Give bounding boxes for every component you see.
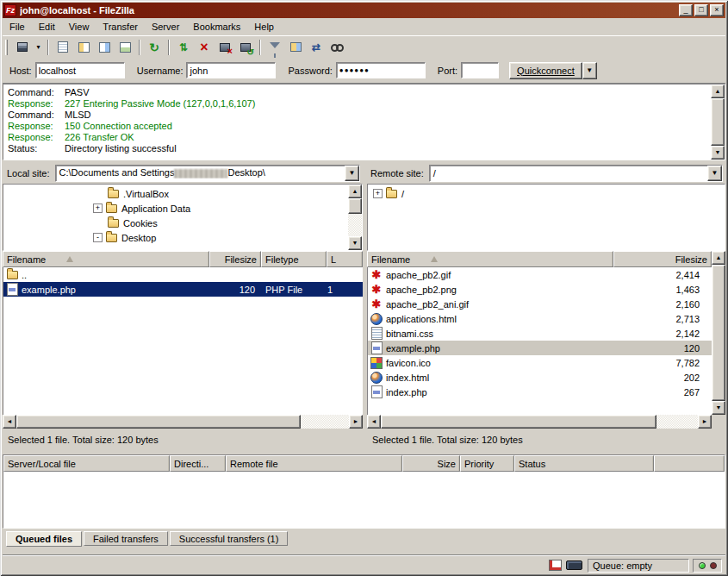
scroll-down-button[interactable]: ▼ bbox=[348, 236, 362, 250]
maximize-button[interactable]: □ bbox=[694, 4, 708, 16]
column-header-filesize[interactable]: Filesize bbox=[209, 251, 261, 267]
local-site-path: C:\Documents and SettingsDesktop\ bbox=[56, 167, 345, 178]
close-button[interactable]: × bbox=[710, 4, 724, 16]
scroll-track[interactable] bbox=[381, 415, 698, 429]
column-header-filename[interactable]: Filename bbox=[3, 251, 209, 267]
port-input[interactable] bbox=[461, 62, 499, 78]
file-row[interactable]: .. bbox=[3, 267, 363, 282]
file-row-selected[interactable]: example.php 120 PHP File 1 bbox=[3, 282, 363, 297]
sync-browsing-button[interactable] bbox=[306, 38, 327, 57]
find-button[interactable] bbox=[327, 38, 347, 57]
quickconnect-dropdown[interactable]: ▼ bbox=[582, 62, 597, 79]
menu-item-server[interactable]: Server bbox=[145, 19, 186, 34]
file-row[interactable]: apache_pb2_ani.gif2,160 bbox=[368, 297, 712, 311]
file-row[interactable]: applications.html2,713 bbox=[368, 311, 712, 326]
file-row[interactable]: apache_pb2.png1,463 bbox=[368, 282, 712, 297]
scroll-down-button[interactable]: ▼ bbox=[711, 146, 725, 160]
queue-column-remote-file[interactable]: Remote file bbox=[226, 455, 402, 472]
scroll-thumb[interactable] bbox=[16, 415, 301, 429]
cancel-button[interactable] bbox=[194, 38, 215, 57]
combo-dropdown-button[interactable]: ▼ bbox=[345, 166, 359, 181]
menu-item-help[interactable]: Help bbox=[247, 19, 281, 34]
file-row[interactable]: bitnami.css2,142 bbox=[368, 326, 712, 341]
queue-column-server-local-file[interactable]: Server/Local file bbox=[3, 455, 170, 472]
scroll-track[interactable] bbox=[16, 415, 349, 429]
queue-column-priority[interactable]: Priority bbox=[460, 455, 514, 472]
column-header-filename[interactable]: Filename bbox=[367, 251, 613, 267]
file-row[interactable]: favicon.ico7,782 bbox=[368, 355, 712, 370]
menu-item-file[interactable]: File bbox=[3, 19, 32, 34]
site-manager-button[interactable] bbox=[12, 38, 33, 57]
process-queue-button[interactable] bbox=[173, 38, 194, 57]
remote-hscrollbar[interactable]: ◄ ► bbox=[367, 415, 712, 429]
filter-button[interactable] bbox=[264, 38, 285, 57]
scroll-up-button[interactable]: ▲ bbox=[712, 251, 725, 265]
tree-item[interactable]: +Application Data bbox=[3, 201, 362, 216]
scroll-thumb[interactable] bbox=[381, 415, 656, 429]
tree-item[interactable]: .VirtualBox bbox=[3, 186, 362, 201]
scroll-up-button[interactable]: ▲ bbox=[711, 85, 725, 98]
scroll-thumb[interactable] bbox=[348, 198, 362, 214]
scroll-right-button[interactable]: ► bbox=[349, 415, 363, 429]
remote-site-combo[interactable]: / ▼ bbox=[429, 165, 723, 182]
toggle-message-log-button[interactable] bbox=[53, 38, 73, 57]
tree-item[interactable]: -Desktop bbox=[3, 230, 362, 245]
menu-item-transfer[interactable]: Transfer bbox=[96, 19, 145, 34]
scroll-left-button[interactable]: ◄ bbox=[367, 415, 381, 429]
local-tree-scrollbar[interactable]: ▲ ▼ bbox=[348, 185, 362, 250]
refresh-button[interactable] bbox=[144, 38, 165, 57]
toggle-transfer-queue-button[interactable] bbox=[115, 38, 135, 57]
combo-dropdown-button[interactable]: ▼ bbox=[707, 166, 722, 181]
scroll-thumb[interactable] bbox=[712, 265, 725, 401]
reconnect-button[interactable] bbox=[235, 38, 256, 57]
quickconnect-button[interactable]: Quickconnect bbox=[509, 62, 582, 79]
tab-queued-files[interactable]: Queued files bbox=[6, 531, 82, 547]
password-input[interactable] bbox=[336, 62, 426, 78]
queue-column-direction[interactable]: Directi... bbox=[170, 455, 226, 472]
local-file-list: .. example.php 120 PHP File 1 bbox=[3, 267, 363, 415]
file-row[interactable]: index.php267 bbox=[368, 385, 712, 399]
speed-limit-icon[interactable] bbox=[549, 560, 562, 571]
menu-item-bookmarks[interactable]: Bookmarks bbox=[186, 19, 247, 34]
column-header-filetype[interactable]: Filetype bbox=[261, 251, 327, 267]
scroll-thumb[interactable] bbox=[711, 98, 725, 146]
site-manager-dropdown[interactable]: ▾ bbox=[33, 38, 44, 57]
column-header-last-modified[interactable]: L bbox=[327, 251, 363, 267]
tree-item[interactable]: Cookies bbox=[3, 216, 362, 230]
file-row[interactable]: index.html202 bbox=[368, 370, 712, 385]
sort-ascending-icon bbox=[66, 256, 73, 262]
remote-list-scrollbar[interactable]: ▲ ▼ bbox=[712, 251, 725, 415]
menu-item-view[interactable]: View bbox=[62, 19, 96, 34]
expand-icon[interactable]: + bbox=[373, 189, 383, 198]
scroll-track[interactable] bbox=[711, 98, 725, 146]
scroll-track[interactable] bbox=[348, 198, 362, 236]
app-icon: Fz bbox=[4, 4, 16, 16]
compare-button[interactable] bbox=[285, 38, 306, 57]
tab-failed-transfers[interactable]: Failed transfers bbox=[84, 531, 168, 546]
file-row-selected[interactable]: example.php120 bbox=[368, 341, 712, 355]
local-hscrollbar[interactable]: ◄ ► bbox=[3, 415, 363, 429]
file-row[interactable]: apache_pb2.gif2,414 bbox=[368, 267, 712, 282]
host-input[interactable] bbox=[35, 62, 125, 78]
scroll-track[interactable] bbox=[712, 265, 725, 401]
queue-column-size[interactable]: Size bbox=[402, 455, 460, 472]
collapse-icon[interactable]: - bbox=[93, 233, 103, 242]
scroll-right-button[interactable]: ► bbox=[698, 415, 712, 429]
scroll-left-button[interactable]: ◄ bbox=[3, 415, 16, 429]
username-input[interactable] bbox=[186, 62, 276, 78]
queue-column-status[interactable]: Status bbox=[514, 455, 654, 472]
toolbar-gripper[interactable] bbox=[5, 40, 8, 55]
scroll-down-button[interactable]: ▼ bbox=[712, 401, 725, 415]
menu-item-edit[interactable]: Edit bbox=[32, 19, 62, 34]
disconnect-button[interactable] bbox=[215, 38, 235, 57]
log-scrollbar[interactable]: ▲ ▼ bbox=[711, 85, 725, 160]
toggle-remote-tree-button[interactable] bbox=[94, 38, 115, 57]
expand-icon[interactable]: + bbox=[93, 203, 103, 213]
tab-successful-transfers[interactable]: Successful transfers (1) bbox=[170, 531, 289, 546]
minimize-button[interactable]: _ bbox=[679, 4, 693, 16]
column-header-filesize[interactable]: Filesize bbox=[613, 251, 712, 267]
scroll-up-button[interactable]: ▲ bbox=[348, 185, 362, 198]
tree-item[interactable]: +/ bbox=[368, 186, 725, 201]
local-site-combo[interactable]: C:\Documents and SettingsDesktop\ ▼ bbox=[55, 165, 360, 182]
toggle-local-tree-button[interactable] bbox=[73, 38, 94, 57]
